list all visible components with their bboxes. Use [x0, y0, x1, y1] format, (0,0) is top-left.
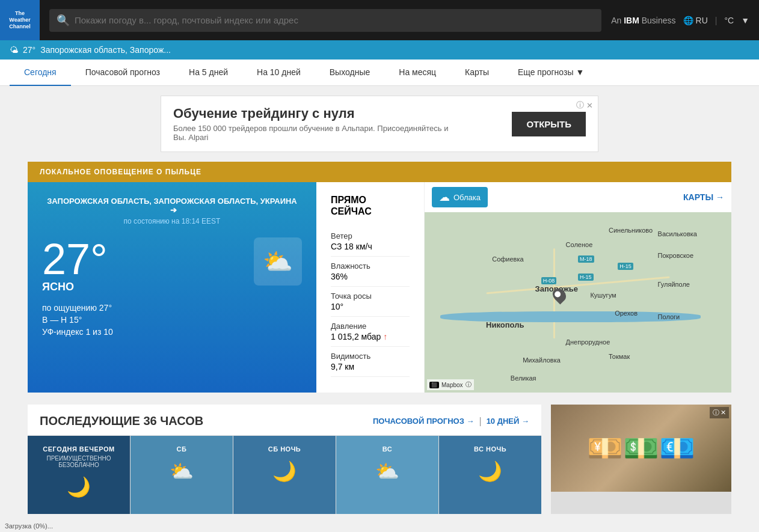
forecast-with-ad: ПОСЛЕДУЮЩИЕ 36 ЧАСОВ ПОЧАСОВОЙ ПРОГНОЗ →… — [28, 405, 731, 514]
mapbox-attribution: ⬛ Mapbox ⓘ — [427, 379, 474, 390]
map-panel: ☁ Облака КАРТЫ → М-18 Н-08 Н-15 Н-15 Син… — [425, 182, 731, 393]
map-label-mihaylovka: Михайловка — [523, 356, 561, 364]
logo-line2: Weather — [9, 17, 30, 23]
map-label-orekhov: Орехов — [615, 310, 638, 317]
forecast-icon-2: 🌙 — [241, 460, 328, 484]
forecast-main: ПОСЛЕДУЮЩИЕ 36 ЧАСОВ ПОЧАСОВОЙ ПРОГНОЗ →… — [28, 405, 541, 514]
location-bar[interactable]: 🌤 27° Запорожская область, Запорож... — [0, 40, 759, 60]
map-label-pologi: Пологи — [658, 313, 680, 320]
ibm-label: An IBM Business — [611, 16, 675, 25]
map-label-sofievka: Софиевка — [492, 255, 523, 263]
nav-item-weekend[interactable]: Выходные — [315, 60, 384, 86]
temperature-display: 27° ЯСНО — [42, 237, 108, 298]
ad-content: Обучение трейдингу с нуля Более 150 000 … — [173, 106, 450, 142]
forecast-desc-0: ПРЕИМУЩЕСТВЕННО БЕЗОБЛАЧНО — [35, 455, 123, 468]
side-ad-info-icon: ⓘ — [713, 408, 719, 417]
tenday-forecast-link[interactable]: 10 ДНЕЙ → — [487, 417, 529, 426]
nav-item-hourly[interactable]: Почасовой прогноз — [71, 60, 174, 86]
temp-row: 27° ЯСНО ⛅ — [42, 237, 302, 298]
details-title: ПРЯМО СЕЙЧАС — [331, 194, 410, 217]
forecast-col-2: СБ НОЧЬ 🌙 — [233, 436, 336, 514]
update-time: по состоянию на 18:14 EEST — [42, 217, 302, 225]
language-globe-button[interactable]: 🌐 RU — [683, 16, 708, 25]
forecast-grid: СЕГОДНЯ ВЕЧЕРОМ ПРЕИМУЩЕСТВЕННО БЕЗОБЛАЧ… — [28, 435, 541, 514]
current-weather-panel: ЗАПОРОЖСКАЯ ОБЛАСТЬ, ЗАПОРОЖСКАЯ ОБЛАСТЬ… — [28, 182, 316, 393]
detail-visibility: Видимость 9,7 км — [331, 347, 410, 377]
weather-main: ЗАПОРОЖСКАЯ ОБЛАСТЬ, ЗАПОРОЖСКАЯ ОБЛАСТЬ… — [28, 182, 731, 393]
current-location-name: ЗАПОРОЖСКАЯ ОБЛАСТЬ, ЗАПОРОЖСКАЯ ОБЛАСТЬ… — [42, 197, 302, 215]
forecast-header: ПОСЛЕДУЮЩИЕ 36 ЧАСОВ ПОЧАСОВОЙ ПРОГНОЗ →… — [28, 405, 541, 435]
ad-close-icon: ✕ — [586, 101, 593, 110]
temp-range: В — Н 15° — [42, 315, 302, 325]
clouds-icon: ☁ — [439, 191, 450, 204]
location-temperature: 27° — [23, 45, 35, 55]
forecast-col-3: ВС ⛅ — [336, 436, 439, 514]
forecast-icon-3: ⛅ — [343, 460, 431, 484]
detail-dewpoint: Точка росы 10° — [331, 287, 410, 317]
map-clouds-button[interactable]: ☁ Облака — [432, 187, 488, 207]
location-weather-icon: 🌤 — [10, 45, 18, 55]
globe-icon: 🌐 — [683, 16, 693, 25]
forecast-period-2: СБ НОЧЬ — [241, 445, 328, 453]
search-input[interactable] — [75, 15, 594, 25]
map-label-kushugum: Кушугум — [590, 292, 616, 299]
uv-index: УФ-индекс 1 из 10 — [42, 327, 302, 337]
forecast-icon-1: ⛅ — [138, 460, 226, 484]
forecast-period-1: СБ — [138, 445, 226, 453]
map-label-nikopol: Никополь — [486, 320, 524, 329]
nav-bar: Сегодня Почасовой прогноз На 5 дней На 1… — [0, 60, 759, 86]
nav-item-5day[interactable]: На 5 дней — [174, 60, 242, 86]
header-right: An IBM Business 🌐 RU | °C ▼ — [611, 16, 749, 25]
search-bar[interactable]: 🔍 — [49, 9, 601, 32]
pollen-alert: ЛОКАЛЬНОЕ ОПОВЕЩЕНИЕ О ПЫЛЬЦЕ — [28, 162, 731, 182]
language-label: RU — [696, 16, 708, 25]
map-label-gulyaipole: Гуляйполе — [658, 281, 690, 288]
side-ad-close-icon: ✕ — [721, 409, 726, 417]
nav-item-more[interactable]: Еще прогнозы ▼ — [503, 60, 598, 86]
ad-close[interactable]: ⓘ ✕ — [576, 100, 593, 111]
map-container[interactable]: М-18 Н-08 Н-15 Н-15 Синельниково Васильк… — [425, 212, 731, 393]
nav-item-10day[interactable]: На 10 дней — [242, 60, 315, 86]
nav-item-today[interactable]: Сегодня — [10, 60, 71, 86]
logo-line1: The — [15, 10, 25, 17]
mapbox-logo: ⬛ — [429, 382, 439, 388]
ad-banner: Обучение трейдингу с нуля Более 150 000 … — [0, 86, 759, 162]
map-label-pokrovskoe: Покровское — [658, 252, 693, 259]
mapbox-info-icon[interactable]: ⓘ — [466, 381, 472, 389]
ad-description: Более 150 000 трейдеров прошли обучение … — [173, 124, 450, 142]
logo[interactable]: The Weather Channel — [0, 0, 40, 40]
forecast-period-4: ВС НОЧЬ — [446, 445, 534, 453]
search-icon: 🔍 — [57, 14, 70, 27]
forecast-link-separator: | — [479, 416, 481, 427]
temp-unit-dropdown-icon[interactable]: ▼ — [741, 16, 749, 25]
ad-box: Обучение трейдингу с нуля Более 150 000 … — [161, 96, 598, 152]
ad-open-button[interactable]: ОТКРЫТЬ — [512, 112, 586, 136]
detail-humidity: Влажность 36% — [331, 257, 410, 287]
map-label-tokmak: Токмак — [609, 353, 630, 360]
nav-item-maps[interactable]: Карты — [450, 60, 503, 86]
logo-line3: Channel — [9, 23, 31, 30]
weather-icon: ⛅ — [254, 237, 302, 286]
map-background: М-18 Н-08 Н-15 Н-15 Синельниково Васильк… — [425, 212, 731, 393]
side-ad-box: ⓘ ✕ 💴💵💶 — [551, 405, 731, 514]
separator: | — [715, 16, 718, 25]
forecast-links: ПОЧАСОВОЙ ПРОГНОЗ → | 10 ДНЕЙ → — [373, 416, 529, 427]
map-label-sinelnikovo: Синельниково — [609, 227, 653, 234]
maps-link[interactable]: КАРТЫ → — [683, 192, 724, 202]
side-ad-close[interactable]: ⓘ ✕ — [710, 407, 729, 418]
map-header: ☁ Облака КАРТЫ → — [425, 182, 731, 212]
forecast-period-0: СЕГОДНЯ ВЕЧЕРОМ — [35, 445, 123, 453]
forecast-col-1: СБ ⛅ — [131, 436, 233, 514]
location-link-icon[interactable]: ➔ — [170, 206, 177, 215]
hourly-forecast-link[interactable]: ПОЧАСОВОЙ ПРОГНОЗ → — [373, 417, 475, 426]
ad-info-icon: ⓘ — [576, 100, 584, 111]
feels-like: по ощущению 27° — [42, 303, 302, 313]
detail-pressure: Давление 1 015,2 мбар ↑ — [331, 317, 410, 347]
mapbox-label: Mapbox — [441, 382, 463, 388]
nav-item-month[interactable]: На месяц — [384, 60, 450, 86]
forecast-col-0: СЕГОДНЯ ВЕЧЕРОМ ПРЕИМУЩЕСТВЕННО БЕЗОБЛАЧ… — [28, 436, 131, 514]
more-dropdown-icon: ▼ — [576, 67, 584, 77]
weather-details-panel: ПРЯМО СЕЙЧАС Ветер СЗ 18 км/ч Влажность … — [316, 182, 425, 393]
forecast-period-3: ВС — [343, 445, 431, 453]
pressure-value: 1 015,2 мбар ↑ — [331, 332, 410, 341]
